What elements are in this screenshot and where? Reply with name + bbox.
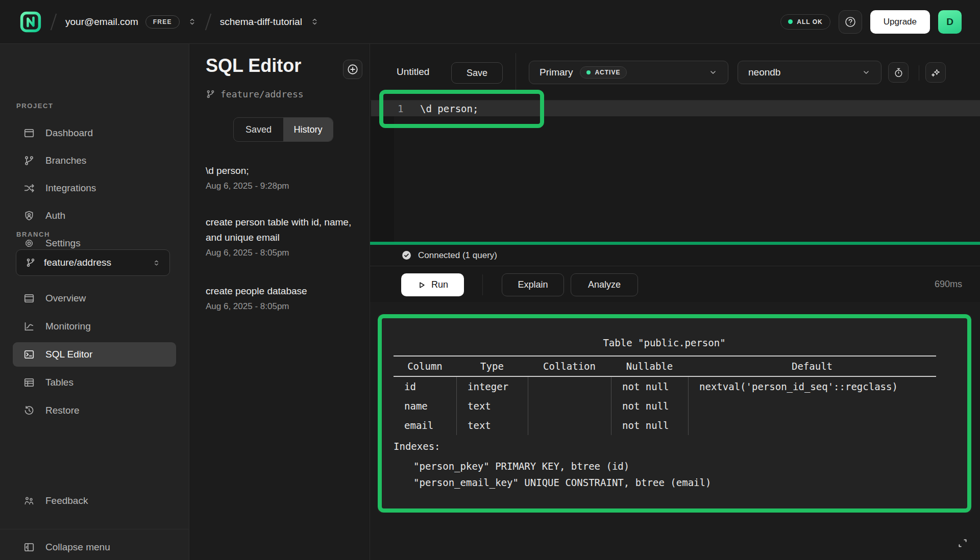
top-bar-actions: ALL OK Upgrade D [780,10,980,34]
plus-circle-icon [347,63,359,75]
upgrade-button[interactable]: Upgrade [870,10,930,34]
history-item-date: Aug 6, 2025 - 8:05pm [206,248,355,258]
connection-status-text: Connected (1 query) [418,250,497,261]
sidebar-item-label: Overview [45,293,86,304]
column-header: Column [394,358,456,375]
branch-selector[interactable]: feature/address [16,249,170,276]
query-tab-name[interactable]: Untitled [397,66,429,78]
expand-results-button[interactable] [955,536,970,551]
line-number: 1 [398,100,403,116]
check-circle-icon [401,250,412,261]
sidebar-item-monitoring[interactable]: Monitoring [13,314,176,339]
git-branch-icon [206,89,215,99]
sidebar-item-restore[interactable]: Restore [13,398,176,423]
cell [688,396,936,416]
compute-selector[interactable]: Primary ACTIVE [529,61,728,84]
status-dot [788,19,793,24]
account-selector-chevrons-icon[interactable] [188,17,197,27]
cell: not null [611,396,688,416]
sidebar-item-label: Tables [45,377,74,388]
status-label: ALL OK [797,18,822,26]
table-row: name text not null [394,396,936,416]
dashboard-icon [23,128,35,139]
history-item-date: Aug 6, 2025 - 8:05pm [206,301,355,312]
cell [528,377,611,396]
cell [688,416,936,435]
sidebar-item-branches[interactable]: Branches [13,148,176,173]
collapse-icon [23,542,35,553]
stopwatch-icon [893,67,904,78]
sidebar-item-label: Restore [45,405,80,416]
sidebar-item-overview[interactable]: Overview [13,286,176,311]
ai-assist-button[interactable] [925,62,946,83]
sidebar-item-label: Dashboard [45,128,93,139]
results-table-title: Table "public.person" [378,337,951,348]
sidebar-item-label: Auth [45,210,65,221]
monitoring-icon [23,321,35,332]
compute-status-badge: ACTIVE [580,66,627,79]
sidebar-divider [0,529,189,529]
history-item-title: create people database [206,284,355,299]
project-selector-chevrons-icon[interactable] [310,17,319,27]
panel-branch-label: feature/address [206,89,304,99]
sidebar-item-label: Branches [45,155,86,166]
avatar[interactable]: D [938,10,962,34]
collapse-menu-button[interactable]: Collapse menu [13,535,176,559]
sql-editor-panel: SQL Editor feature/address Saved History… [189,44,370,560]
analyze-button[interactable]: Analyze [571,273,638,296]
history-item-title: \d person; [206,163,355,179]
compute-status-label: ACTIVE [595,69,620,76]
project-name[interactable]: schema-diff-tutorial [220,16,302,28]
history-item[interactable]: \d person; Aug 6, 2025 - 9:28pm [206,163,355,191]
connection-status-bar: Connected (1 query) [370,245,980,266]
editor-area: Untitled Save Primary ACTIVE neondb [370,44,980,560]
index-entry: "person_email_key" UNIQUE CONSTRAINT, bt… [413,477,711,488]
tab-history[interactable]: History [283,118,333,141]
selector-chevrons-icon [153,259,160,267]
toolbar-divider [516,53,516,91]
run-button[interactable]: Run [401,273,464,296]
compute-name: Primary [540,67,573,78]
column-header: Type [456,358,528,375]
history-item[interactable]: create people database Aug 6, 2025 - 8:0… [206,284,355,312]
help-button[interactable] [839,10,862,34]
sidebar-item-tables[interactable]: Tables [13,370,176,395]
sidebar-item-feedback[interactable]: Feedback [13,489,176,513]
status-badge[interactable]: ALL OK [780,14,830,30]
query-duration: 690ms [935,279,962,290]
code-line[interactable]: \d person; [420,100,478,116]
sidebar-item-integrations[interactable]: Integrations [13,176,176,200]
tab-saved[interactable]: Saved [234,118,283,141]
sidebar-item-label: Collapse menu [45,542,110,553]
results-panel: Table "public.person" Column Type Collat… [378,314,971,513]
project-section-label: PROJECT [16,102,54,110]
query-timing-button[interactable] [888,62,909,83]
explain-button[interactable]: Explain [502,273,564,296]
git-branch-icon [26,258,36,268]
account-email[interactable]: your@email.com [65,16,138,28]
play-icon [417,281,426,290]
expand-icon [957,537,969,549]
sidebar-item-sql-editor[interactable]: SQL Editor [13,342,176,367]
database-selector[interactable]: neondb [738,61,881,84]
restore-icon [23,405,35,416]
actions-divider [482,274,483,295]
breadcrumb: your@email.com FREE schema-diff-tutorial [0,11,780,33]
sparkles-icon [930,67,941,78]
editor-toolbar: Untitled Save Primary ACTIVE neondb [370,44,980,100]
panel-branch-name: feature/address [220,89,304,99]
neon-logo-icon[interactable] [19,11,42,33]
sidebar-item-dashboard[interactable]: Dashboard [13,121,176,145]
sidebar-item-auth[interactable]: Auth [13,203,176,228]
history-item-date: Aug 6, 2025 - 9:28pm [206,181,355,191]
new-query-button[interactable] [343,60,362,79]
cell: text [456,416,528,435]
cell: email [394,416,456,435]
cell: not null [611,416,688,435]
branch-section-label: BRANCH [16,231,50,238]
table-rule [394,355,936,357]
save-button[interactable]: Save [451,62,503,84]
history-item[interactable]: create person table with id, name, and u… [206,215,355,258]
sidebar-item-label: Feedback [45,495,88,506]
history-item-title: create person table with id, name, and u… [206,215,355,245]
